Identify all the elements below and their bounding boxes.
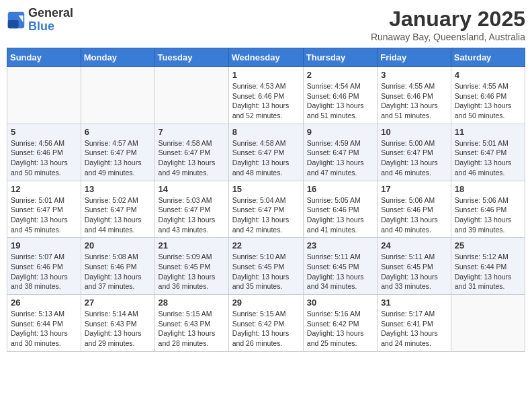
day-cell-6: 6Sunrise: 4:57 AM Sunset: 6:47 PM Daylig… (81, 124, 154, 181)
day-cell-1: 1Sunrise: 4:53 AM Sunset: 6:46 PM Daylig… (228, 67, 303, 124)
day-cell-4: 4Sunrise: 4:55 AM Sunset: 6:46 PM Daylig… (451, 67, 525, 124)
week-row-1: 1Sunrise: 4:53 AM Sunset: 6:46 PM Daylig… (7, 67, 525, 124)
day-number: 15 (232, 184, 300, 194)
day-info: Sunrise: 4:58 AM Sunset: 6:47 PM Dayligh… (232, 138, 300, 178)
day-info: Sunrise: 5:08 AM Sunset: 6:46 PM Dayligh… (85, 252, 151, 291)
day-info: Sunrise: 5:06 AM Sunset: 6:46 PM Dayligh… (455, 195, 521, 235)
day-number: 22 (232, 240, 300, 250)
day-info: Sunrise: 5:01 AM Sunset: 6:47 PM Dayligh… (11, 195, 77, 235)
day-number: 9 (307, 127, 373, 137)
day-cell-18: 18Sunrise: 5:06 AM Sunset: 6:46 PM Dayli… (451, 181, 525, 238)
week-row-3: 12Sunrise: 5:01 AM Sunset: 6:47 PM Dayli… (7, 181, 525, 238)
day-number: 19 (11, 240, 77, 250)
day-number: 8 (232, 127, 300, 137)
weekday-sunday: Sunday (7, 48, 81, 67)
day-number: 5 (11, 127, 77, 137)
day-cell-19: 19Sunrise: 5:07 AM Sunset: 6:46 PM Dayli… (7, 238, 81, 295)
day-number: 23 (307, 240, 373, 250)
day-number: 18 (455, 184, 521, 194)
day-cell-15: 15Sunrise: 5:04 AM Sunset: 6:47 PM Dayli… (228, 181, 303, 238)
svg-rect-2 (8, 20, 19, 28)
weekday-friday: Friday (378, 48, 451, 67)
day-number: 31 (381, 298, 447, 308)
day-info: Sunrise: 5:15 AM Sunset: 6:42 PM Dayligh… (232, 309, 300, 349)
day-cell-5: 5Sunrise: 4:56 AM Sunset: 6:46 PM Daylig… (7, 124, 81, 181)
weekday-monday: Monday (81, 48, 154, 67)
day-cell-26: 26Sunrise: 5:13 AM Sunset: 6:44 PM Dayli… (7, 295, 81, 352)
day-cell-22: 22Sunrise: 5:10 AM Sunset: 6:45 PM Dayli… (228, 238, 303, 295)
day-cell-9: 9Sunrise: 4:59 AM Sunset: 6:47 PM Daylig… (303, 124, 377, 181)
empty-cell (154, 67, 228, 124)
day-number: 6 (85, 127, 151, 137)
logo-icon (7, 11, 26, 30)
day-number: 16 (307, 184, 373, 194)
day-number: 21 (159, 240, 225, 250)
day-cell-7: 7Sunrise: 4:58 AM Sunset: 6:47 PM Daylig… (154, 124, 228, 181)
day-info: Sunrise: 5:10 AM Sunset: 6:45 PM Dayligh… (232, 252, 300, 291)
day-info: Sunrise: 4:58 AM Sunset: 6:47 PM Dayligh… (159, 138, 225, 178)
day-info: Sunrise: 5:14 AM Sunset: 6:43 PM Dayligh… (85, 309, 151, 349)
day-cell-23: 23Sunrise: 5:11 AM Sunset: 6:45 PM Dayli… (303, 238, 377, 295)
day-number: 20 (85, 240, 151, 250)
weekday-thursday: Thursday (303, 48, 377, 67)
day-cell-20: 20Sunrise: 5:08 AM Sunset: 6:46 PM Dayli… (81, 238, 154, 295)
day-info: Sunrise: 5:09 AM Sunset: 6:45 PM Dayligh… (159, 252, 225, 291)
day-number: 1 (232, 70, 300, 80)
day-info: Sunrise: 5:11 AM Sunset: 6:45 PM Dayligh… (381, 252, 447, 291)
day-info: Sunrise: 4:55 AM Sunset: 6:46 PM Dayligh… (381, 81, 447, 121)
empty-cell (81, 67, 154, 124)
day-cell-31: 31Sunrise: 5:17 AM Sunset: 6:41 PM Dayli… (378, 295, 451, 352)
day-info: Sunrise: 4:56 AM Sunset: 6:46 PM Dayligh… (11, 138, 77, 178)
weekday-header-row: SundayMondayTuesdayWednesdayThursdayFrid… (7, 48, 525, 67)
day-cell-17: 17Sunrise: 5:06 AM Sunset: 6:46 PM Dayli… (378, 181, 451, 238)
day-number: 30 (307, 298, 373, 308)
logo: General Blue (7, 7, 73, 34)
day-number: 2 (307, 70, 373, 80)
day-info: Sunrise: 5:15 AM Sunset: 6:43 PM Dayligh… (159, 309, 225, 349)
day-cell-14: 14Sunrise: 5:03 AM Sunset: 6:47 PM Dayli… (154, 181, 228, 238)
location: Runaway Bay, Queensland, Australia (371, 32, 525, 42)
day-info: Sunrise: 5:06 AM Sunset: 6:46 PM Dayligh… (381, 195, 447, 235)
day-number: 11 (455, 127, 521, 137)
day-number: 10 (381, 127, 447, 137)
day-info: Sunrise: 5:12 AM Sunset: 6:44 PM Dayligh… (455, 252, 521, 291)
day-cell-11: 11Sunrise: 5:01 AM Sunset: 6:47 PM Dayli… (451, 124, 525, 181)
day-info: Sunrise: 5:16 AM Sunset: 6:42 PM Dayligh… (307, 309, 373, 349)
day-cell-25: 25Sunrise: 5:12 AM Sunset: 6:44 PM Dayli… (451, 238, 525, 295)
day-info: Sunrise: 5:00 AM Sunset: 6:47 PM Dayligh… (381, 138, 447, 178)
day-cell-3: 3Sunrise: 4:55 AM Sunset: 6:46 PM Daylig… (378, 67, 451, 124)
day-number: 4 (455, 70, 521, 80)
title-block: January 2025 Runaway Bay, Queensland, Au… (371, 7, 525, 42)
day-number: 13 (85, 184, 151, 194)
day-number: 3 (381, 70, 447, 80)
week-row-5: 26Sunrise: 5:13 AM Sunset: 6:44 PM Dayli… (7, 295, 525, 352)
logo-general-text: General (28, 6, 73, 19)
day-cell-2: 2Sunrise: 4:54 AM Sunset: 6:46 PM Daylig… (303, 67, 377, 124)
day-info: Sunrise: 4:57 AM Sunset: 6:47 PM Dayligh… (85, 138, 151, 178)
day-cell-28: 28Sunrise: 5:15 AM Sunset: 6:43 PM Dayli… (154, 295, 228, 352)
day-info: Sunrise: 4:55 AM Sunset: 6:46 PM Dayligh… (455, 81, 521, 121)
day-info: Sunrise: 4:59 AM Sunset: 6:47 PM Dayligh… (307, 138, 373, 178)
week-row-4: 19Sunrise: 5:07 AM Sunset: 6:46 PM Dayli… (7, 238, 525, 295)
day-info: Sunrise: 5:07 AM Sunset: 6:46 PM Dayligh… (11, 252, 77, 291)
day-info: Sunrise: 4:54 AM Sunset: 6:46 PM Dayligh… (307, 81, 373, 121)
day-number: 14 (159, 184, 225, 194)
day-number: 26 (11, 298, 77, 308)
day-cell-8: 8Sunrise: 4:58 AM Sunset: 6:47 PM Daylig… (228, 124, 303, 181)
day-cell-10: 10Sunrise: 5:00 AM Sunset: 6:47 PM Dayli… (378, 124, 451, 181)
logo-blue-text: Blue (28, 19, 54, 33)
day-cell-16: 16Sunrise: 5:05 AM Sunset: 6:46 PM Dayli… (303, 181, 377, 238)
day-number: 28 (159, 298, 225, 308)
day-number: 12 (11, 184, 77, 194)
month-title: January 2025 (371, 7, 525, 32)
weekday-saturday: Saturday (451, 48, 525, 67)
day-info: Sunrise: 4:53 AM Sunset: 6:46 PM Dayligh… (232, 81, 300, 121)
day-cell-13: 13Sunrise: 5:02 AM Sunset: 6:47 PM Dayli… (81, 181, 154, 238)
day-info: Sunrise: 5:03 AM Sunset: 6:47 PM Dayligh… (159, 195, 225, 235)
day-number: 29 (232, 298, 300, 308)
calendar: SundayMondayTuesdayWednesdayThursdayFrid… (7, 48, 525, 352)
day-info: Sunrise: 5:02 AM Sunset: 6:47 PM Dayligh… (85, 195, 151, 235)
day-cell-29: 29Sunrise: 5:15 AM Sunset: 6:42 PM Dayli… (228, 295, 303, 352)
day-number: 7 (159, 127, 225, 137)
day-cell-24: 24Sunrise: 5:11 AM Sunset: 6:45 PM Dayli… (378, 238, 451, 295)
